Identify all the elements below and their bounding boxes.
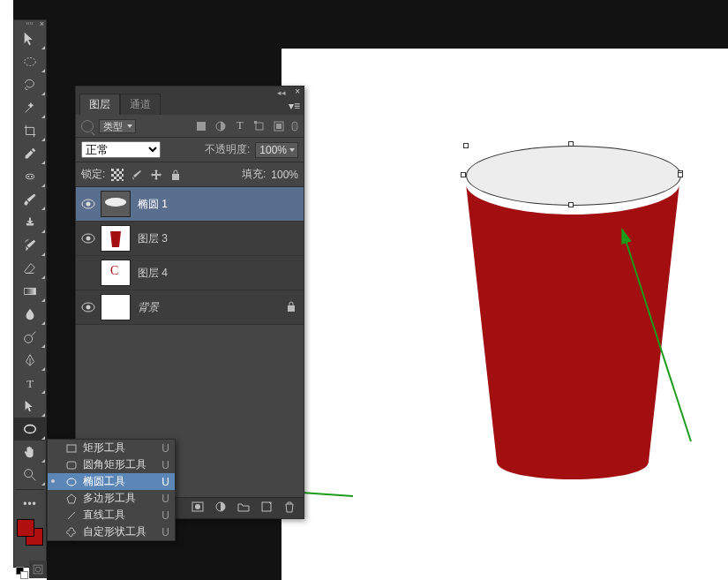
transform-handle[interactable] xyxy=(463,143,469,148)
spot-heal-tool[interactable] xyxy=(14,165,46,188)
filter-toggle[interactable] xyxy=(291,119,298,133)
flyout-item-rounded-rect[interactable]: 圆角矩形工具 U xyxy=(48,456,175,473)
eyedropper-tool[interactable] xyxy=(14,142,46,165)
adjustment-icon[interactable] xyxy=(214,501,228,516)
svg-point-13 xyxy=(67,478,76,486)
svg-rect-38 xyxy=(262,502,271,511)
svg-rect-33 xyxy=(288,305,295,312)
color-swatches[interactable] xyxy=(17,519,43,546)
flyout-item-custom-shape[interactable]: 自定形状工具 U xyxy=(48,524,175,540)
visibility-toggle[interactable] xyxy=(76,302,101,313)
ellipse-icon xyxy=(65,477,78,487)
layer-name[interactable]: 背景 xyxy=(138,300,286,315)
svg-rect-9 xyxy=(34,565,42,574)
zoom-tool[interactable] xyxy=(14,463,46,486)
svg-point-0 xyxy=(25,58,36,66)
tab-channels[interactable]: 通道 xyxy=(120,94,161,115)
new-layer-icon[interactable] xyxy=(259,501,274,516)
layer-name[interactable]: 图层 4 xyxy=(138,266,304,281)
marquee-tool[interactable] xyxy=(14,50,46,73)
mask-icon[interactable] xyxy=(191,501,205,516)
panel-menu-icon[interactable]: ▾≡ xyxy=(289,100,300,112)
flyout-shortcut: U xyxy=(161,442,169,455)
svg-point-8 xyxy=(25,470,33,478)
lasso-tool[interactable] xyxy=(14,73,46,96)
flyout-item-polygon[interactable]: 多边形工具 U xyxy=(48,490,175,507)
filter-kind-dropdown[interactable]: 类型 xyxy=(99,119,136,133)
brush-tool[interactable] xyxy=(14,188,46,211)
filter-kind-select[interactable]: 类型 xyxy=(99,119,136,133)
svg-point-10 xyxy=(35,567,41,572)
layer-name[interactable]: 椭圆 1 xyxy=(138,197,304,212)
group-icon[interactable] xyxy=(236,501,251,516)
search-icon[interactable] xyxy=(81,120,94,132)
flyout-item-rectangle[interactable]: 矩形工具 U xyxy=(48,440,175,456)
hand-tool[interactable] xyxy=(14,441,46,463)
magic-wand-tool[interactable] xyxy=(14,96,46,119)
quick-mask-toggle[interactable] xyxy=(29,561,47,578)
svg-rect-22 xyxy=(292,122,297,131)
crop-tool[interactable] xyxy=(14,119,46,142)
flyout-item-line[interactable]: 直线工具 U xyxy=(48,507,175,524)
tab-layers[interactable]: 图层 xyxy=(79,94,120,115)
type-tool[interactable]: T xyxy=(14,372,46,395)
ellipse-shape[interactable] xyxy=(466,146,681,206)
close-icon[interactable]: × xyxy=(295,87,300,96)
lock-transparent-icon[interactable] xyxy=(110,168,124,182)
svg-rect-18 xyxy=(256,123,263,130)
transform-handle[interactable] xyxy=(568,141,574,147)
lock-position-icon[interactable] xyxy=(149,168,163,182)
layer-row[interactable]: 图层 3 xyxy=(76,222,304,256)
trash-icon[interactable] xyxy=(282,501,296,516)
layer-thumb[interactable] xyxy=(101,191,131,217)
lock-icon xyxy=(286,300,304,315)
layer-row[interactable]: · C 图层 4 xyxy=(76,256,304,290)
eraser-tool[interactable] xyxy=(14,257,46,280)
edit-toolbar[interactable]: ••• xyxy=(14,493,46,516)
path-select-tool[interactable] xyxy=(14,395,46,418)
fill-value[interactable]: 100% xyxy=(271,169,298,181)
shape-tool[interactable] xyxy=(14,418,46,441)
filter-adjust-icon[interactable] xyxy=(214,119,228,133)
lock-all-icon[interactable] xyxy=(169,168,183,182)
svg-rect-21 xyxy=(276,124,281,129)
tools-panel-header[interactable]: × xyxy=(14,20,46,27)
blur-tool[interactable] xyxy=(14,303,46,326)
filter-smart-icon[interactable] xyxy=(272,119,286,133)
layer-thumb[interactable] xyxy=(101,225,131,252)
dodge-tool[interactable] xyxy=(14,326,46,349)
lock-pixels-icon[interactable] xyxy=(130,168,144,182)
fill-label: 填充: xyxy=(242,167,266,182)
layer-row[interactable]: 椭圆 1 xyxy=(76,187,304,222)
flyout-item-ellipse[interactable]: 椭圆工具 U xyxy=(48,473,175,490)
history-brush-tool[interactable] xyxy=(14,234,46,257)
pen-tool[interactable] xyxy=(14,349,46,372)
layer-thumb[interactable] xyxy=(101,294,131,320)
panel-tabs: 图层 通道 ▾≡ xyxy=(76,97,304,115)
filter-shape-icon[interactable] xyxy=(252,119,266,133)
gradient-tool[interactable] xyxy=(14,280,46,303)
visibility-toggle[interactable] xyxy=(76,233,101,244)
move-tool[interactable] xyxy=(14,27,46,50)
layer-thumb[interactable]: C xyxy=(101,260,131,286)
foreground-swatch[interactable] xyxy=(17,519,34,537)
transform-handle[interactable] xyxy=(461,172,466,177)
rect-icon xyxy=(65,443,78,454)
visibility-toggle[interactable] xyxy=(76,199,101,209)
filter-pixel-icon[interactable] xyxy=(194,119,208,133)
transform-handle[interactable] xyxy=(678,172,683,177)
svg-rect-26 xyxy=(172,174,179,180)
svg-rect-12 xyxy=(67,462,76,469)
blend-mode-select[interactable]: 正常 xyxy=(81,141,161,158)
svg-point-7 xyxy=(25,426,36,433)
opacity-value[interactable]: 100% xyxy=(255,142,298,158)
transform-handle[interactable] xyxy=(568,202,574,207)
clone-stamp-tool[interactable] xyxy=(14,211,46,234)
visibility-toggle[interactable]: · xyxy=(76,267,101,279)
layer-name[interactable]: 图层 3 xyxy=(138,231,304,246)
collapse-icon[interactable]: ◂◂ xyxy=(277,88,286,97)
default-colors-icon[interactable] xyxy=(16,567,28,579)
layer-row[interactable]: 背景 xyxy=(76,290,304,325)
filter-type-icon[interactable]: T xyxy=(233,119,247,133)
lock-fill-row: 锁定: 填充: 100% xyxy=(76,162,304,187)
